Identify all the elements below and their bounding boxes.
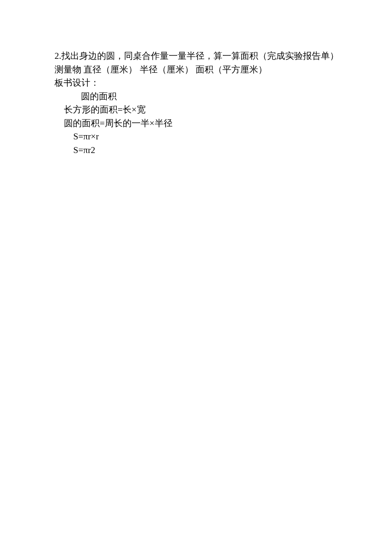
line-circle-area-title: 圆的面积 [55,90,337,104]
line-circle-area-formula: 圆的面积=周长的一半×半径 [55,117,337,130]
line-board-design: 板书设计： [55,76,337,90]
line-rectangle-area: 长方形的面积=长×宽 [55,103,337,117]
line-task: 2.找出身边的圆，同桌合作量一量半径，算一算面积（完成实验报告单） [55,49,337,63]
document-content: 2.找出身边的圆，同桌合作量一量半径，算一算面积（完成实验报告单） 测量物 直径… [55,49,337,157]
line-formula-2: S=πr2 [55,144,337,157]
line-formula-1: S=πr×r [55,130,337,144]
line-measure-headers: 测量物 直径（厘米） 半径（厘米） 面积（平方厘米） [55,63,337,77]
